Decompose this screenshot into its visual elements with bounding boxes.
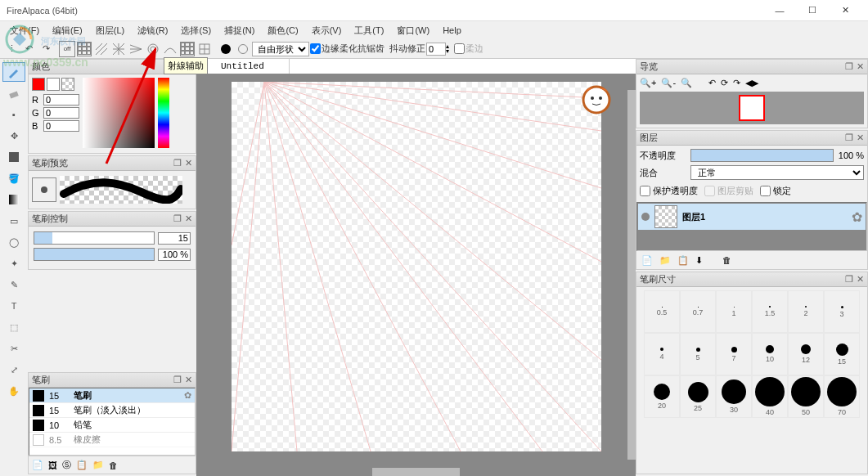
detach-icon[interactable]: ❐ (845, 61, 853, 72)
select-rect-tool[interactable]: ▭ (2, 211, 25, 231)
brush-size-cell[interactable]: 1 (716, 290, 752, 333)
redo-icon[interactable]: ↷ (38, 41, 54, 57)
horizontal-scrollbar[interactable] (372, 468, 460, 476)
eyedropper-tool[interactable]: ⤢ (2, 360, 25, 379)
menu-filter[interactable]: 滤镜(R) (131, 23, 174, 38)
brush-size-slider[interactable] (34, 231, 155, 245)
layer-item[interactable]: 图层1 ✿ (637, 203, 866, 231)
add-brush-icon[interactable]: 📄 (32, 460, 43, 470)
eraser-tool[interactable] (2, 83, 25, 103)
protect-alpha-checkbox[interactable] (640, 186, 650, 196)
duplicate-layer-icon[interactable]: 📋 (677, 255, 689, 266)
brush-size-cell[interactable]: 0.5 (644, 290, 680, 333)
b-input[interactable] (43, 120, 79, 132)
brush-size-cell[interactable]: 25 (680, 375, 716, 418)
divide-tool[interactable]: ✂ (2, 339, 25, 358)
copy-brush-icon[interactable]: 📋 (76, 460, 88, 470)
brush-size-value[interactable]: 15 (158, 232, 191, 245)
folder-icon[interactable]: 📁 (92, 460, 104, 470)
select-lasso-tool[interactable]: ◯ (2, 232, 25, 252)
vertical-scrollbar[interactable] (627, 90, 636, 460)
new-layer-icon[interactable]: 📄 (641, 255, 653, 266)
mascot-icon[interactable] (582, 85, 611, 115)
snap-off-button[interactable]: off (59, 41, 75, 57)
brush-size-cell[interactable]: 70 (824, 375, 860, 418)
dot-tool[interactable]: ▪ (2, 105, 25, 124)
detach-icon[interactable]: ❐ (173, 213, 182, 224)
brush-size-cell[interactable]: 40 (752, 375, 788, 418)
brush-opacity-value[interactable]: 100 % (158, 249, 191, 261)
dropper-menu-icon[interactable]: ⋮ (3, 41, 20, 57)
close-panel-icon[interactable]: ✕ (185, 213, 192, 224)
close-panel-icon[interactable]: ✕ (185, 158, 192, 168)
r-input[interactable] (43, 94, 79, 106)
document-tab[interactable]: Untitled (196, 59, 290, 74)
menu-tools[interactable]: 工具(T) (348, 23, 390, 38)
close-panel-icon[interactable]: ✕ (857, 274, 864, 285)
add-script-brush-icon[interactable]: Ⓢ (62, 459, 71, 471)
bucket-tool[interactable]: 🪣 (2, 168, 25, 188)
menu-view[interactable]: 表示(V) (305, 23, 349, 38)
menu-edit[interactable]: 编辑(E) (46, 23, 89, 38)
gradient-tool[interactable] (2, 190, 25, 209)
blend-dropdown[interactable]: 正常 (690, 165, 864, 180)
brush-size-cell[interactable]: 3 (824, 290, 860, 333)
snap-radial-button[interactable] (145, 41, 161, 57)
brush-size-cell[interactable]: 15 (824, 333, 860, 375)
menu-layer[interactable]: 图层(L) (89, 23, 131, 38)
g-input[interactable] (43, 107, 79, 119)
brush-tool[interactable] (2, 62, 25, 82)
color-picker[interactable] (83, 78, 155, 148)
select-pen-tool[interactable]: ✎ (2, 275, 25, 294)
close-button[interactable]: ✕ (829, 0, 861, 21)
brush-size-cell[interactable]: 20 (644, 375, 680, 418)
brush-size-cell[interactable]: 10 (752, 333, 788, 375)
brush-opacity-slider[interactable] (34, 248, 155, 261)
detach-icon[interactable]: ❐ (845, 274, 853, 285)
shake-spinner[interactable]: ▴▾ (426, 43, 449, 56)
menu-color[interactable]: 颜色(C) (261, 23, 304, 38)
menu-snap[interactable]: 捕捉(N) (218, 23, 261, 38)
list-item[interactable]: 8.5橡皮擦 (29, 433, 195, 447)
close-panel-icon[interactable]: ✕ (857, 132, 864, 143)
undo-icon[interactable]: ↶ (20, 41, 37, 57)
zoom-in-icon[interactable]: 🔍+ (640, 78, 656, 88)
brush-list[interactable]: 15笔刷✿ 15笔刷（淡入淡出） 10铅笔 8.5橡皮擦 (29, 388, 196, 456)
brush-size-cell[interactable]: 4 (644, 333, 680, 375)
select-wand-tool[interactable]: ✦ (2, 254, 25, 273)
close-panel-icon[interactable]: ✕ (857, 61, 864, 72)
brush-size-cell[interactable]: 2 (788, 290, 824, 333)
brush-size-cell[interactable]: 30 (716, 375, 752, 418)
fill-tool[interactable] (2, 147, 25, 167)
layer-list[interactable]: 图层1 ✿ (636, 202, 867, 251)
background-color-icon[interactable] (235, 41, 251, 57)
snap-grid-button[interactable] (76, 41, 92, 57)
list-item[interactable]: 10铅笔 (29, 418, 195, 433)
flip-icon[interactable]: ◀▶ (745, 78, 758, 88)
lock-checkbox[interactable] (760, 186, 771, 196)
rotate-right-icon[interactable]: ↷ (733, 78, 740, 88)
brush-size-cell[interactable]: 5 (680, 333, 716, 375)
snap-3d-button[interactable] (179, 41, 196, 57)
text-tool[interactable]: T (2, 296, 25, 316)
transparent-swatch[interactable] (61, 78, 74, 91)
delete-layer-icon[interactable]: 🗑 (722, 255, 731, 265)
menu-select[interactable]: 选择(S) (174, 23, 218, 38)
antialias-checkbox[interactable] (310, 43, 321, 54)
snap-curve-button[interactable] (162, 41, 178, 57)
brush-size-cell[interactable]: 1.5 (752, 290, 788, 333)
shape-dropdown[interactable]: 自由形状 (252, 42, 309, 56)
visibility-toggle[interactable] (641, 213, 650, 221)
snap-vanishing-button[interactable] (128, 41, 144, 57)
minimize-button[interactable]: — (763, 0, 796, 21)
soft-checkbox[interactable] (454, 43, 465, 54)
detach-icon[interactable]: ❐ (845, 132, 853, 143)
foreground-swatch[interactable] (32, 78, 45, 91)
gear-icon[interactable]: ✿ (852, 209, 862, 225)
close-panel-icon[interactable]: ✕ (185, 375, 192, 385)
detach-icon[interactable]: ❐ (173, 158, 182, 168)
zoom-fit-icon[interactable]: 🔍 (681, 78, 692, 88)
navigator-thumbnail[interactable] (640, 92, 864, 124)
snap-parallel-button[interactable] (93, 41, 110, 57)
brush-size-cell[interactable]: 7 (716, 333, 752, 375)
